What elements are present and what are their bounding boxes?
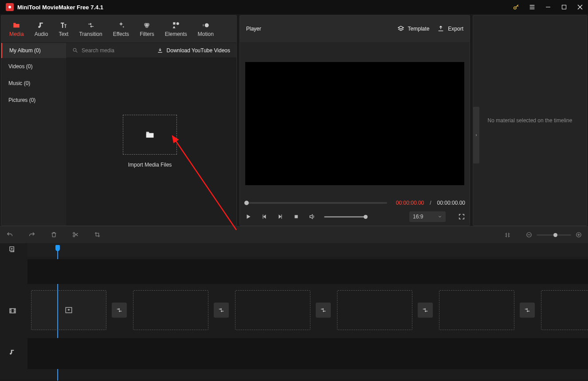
elements-icon	[172, 21, 180, 29]
clip-placeholder[interactable]	[133, 290, 208, 330]
svg-rect-16	[203, 24, 204, 26]
time-total: 00:00:00.00	[437, 200, 465, 206]
redo-button[interactable]	[28, 231, 35, 238]
svg-line-20	[172, 136, 236, 230]
media-sidebar: Videos (0) Music (0) Pictures (0)	[1, 58, 66, 225]
next-frame-button[interactable]	[276, 214, 284, 220]
license-key-icon[interactable]	[508, 0, 524, 14]
panel-collapse-handle[interactable]	[473, 107, 479, 163]
volume-button[interactable]	[308, 213, 316, 220]
play-button[interactable]	[244, 214, 252, 220]
video-track[interactable]	[27, 290, 588, 331]
clip-placeholder[interactable]	[439, 290, 514, 330]
zoom-fit-button[interactable]	[504, 232, 511, 238]
tab-audio[interactable]: Audio	[29, 16, 54, 43]
transition-slot[interactable]	[214, 303, 229, 318]
audio-track[interactable]	[27, 338, 588, 369]
transition-slot[interactable]	[418, 303, 433, 318]
export-icon	[437, 25, 444, 32]
search-input[interactable]	[82, 47, 130, 54]
volume-slider[interactable]	[324, 216, 366, 218]
svg-point-14	[176, 22, 179, 25]
close-button[interactable]	[572, 0, 588, 14]
clip-placeholder[interactable]	[337, 290, 412, 330]
crop-button[interactable]	[94, 231, 101, 238]
svg-rect-7	[562, 5, 566, 9]
search-icon	[72, 47, 78, 53]
import-media-button[interactable]	[123, 115, 177, 155]
folder-icon	[12, 21, 21, 29]
app-icon	[6, 3, 14, 11]
player-title: Player	[246, 26, 261, 32]
delete-button[interactable]	[51, 231, 57, 238]
motion-icon	[202, 21, 210, 29]
export-button[interactable]: Export	[437, 25, 463, 32]
tab-elements[interactable]: Elements	[160, 16, 192, 43]
app-title: MiniTool MovieMaker Free 7.4.1	[17, 4, 103, 11]
maximize-button[interactable]	[556, 0, 572, 14]
svg-point-15	[205, 23, 209, 27]
menu-icon[interactable]	[524, 0, 540, 14]
aspect-ratio-select[interactable]: 16:9	[409, 211, 446, 222]
tab-transition[interactable]: Transition	[74, 16, 107, 43]
timeline-ruler[interactable]	[27, 243, 588, 257]
clip-placeholder[interactable]	[235, 290, 310, 330]
transition-slot[interactable]	[316, 303, 331, 318]
clip-placeholder[interactable]	[31, 290, 106, 330]
timeline-toolbar	[0, 226, 588, 243]
fullscreen-button[interactable]	[458, 213, 465, 220]
import-clip-icon	[65, 306, 73, 314]
transition-slot[interactable]	[520, 303, 535, 318]
tab-effects[interactable]: Effects	[108, 16, 134, 43]
video-track-icon	[9, 307, 16, 315]
preview-canvas	[245, 62, 464, 185]
zoom-out-button[interactable]	[526, 232, 532, 238]
seek-slider[interactable]	[244, 202, 387, 204]
add-track-button[interactable]	[9, 246, 16, 253]
svg-line-18	[76, 51, 77, 52]
svg-rect-13	[173, 22, 175, 24]
zoom-slider[interactable]	[537, 234, 571, 236]
transition-slot[interactable]	[112, 303, 127, 318]
player-panel: Player Template Export 00:00:00.00 / 00:…	[239, 15, 470, 226]
tab-filters[interactable]: Filters	[134, 16, 160, 43]
properties-empty-text: No material selected on the timeline	[488, 117, 572, 124]
tab-motion[interactable]: Motion	[192, 16, 219, 43]
minimize-button[interactable]	[540, 0, 556, 14]
sparkle-icon	[117, 21, 125, 29]
clip-placeholder[interactable]	[541, 290, 588, 330]
split-button[interactable]	[72, 231, 79, 238]
undo-button[interactable]	[6, 231, 13, 238]
zoom-in-button[interactable]	[576, 232, 582, 238]
template-button[interactable]: Template	[397, 25, 430, 32]
svg-point-12	[145, 24, 149, 28]
sidebar-item-my-album[interactable]: My Album (0)	[1, 43, 66, 58]
text-track[interactable]	[27, 259, 588, 284]
filters-icon	[143, 21, 151, 29]
sidebar-item-music[interactable]: Music (0)	[1, 75, 66, 92]
tab-media[interactable]: Media	[4, 16, 29, 43]
svg-point-1	[8, 6, 11, 8]
main-toolbar: Media Audio Text Transition Effects Filt…	[1, 16, 236, 43]
stop-button[interactable]	[292, 214, 300, 219]
template-icon	[397, 25, 404, 32]
annotation-arrow	[170, 133, 241, 231]
sidebar-item-pictures[interactable]: Pictures (0)	[1, 92, 66, 109]
time-current: 00:00:00.00	[396, 200, 424, 206]
prev-frame-button[interactable]	[260, 214, 268, 220]
transition-icon	[86, 21, 95, 29]
tab-text[interactable]: Text	[53, 16, 74, 43]
sidebar-item-videos[interactable]: Videos (0)	[1, 58, 66, 75]
download-youtube-label: Download YouTube Videos	[167, 47, 230, 54]
download-youtube-button[interactable]: Download YouTube Videos	[157, 43, 236, 58]
properties-panel: No material selected on the timeline	[473, 15, 587, 226]
audio-track-icon	[9, 349, 16, 356]
media-drop-area[interactable]: Import Media Files	[66, 58, 236, 225]
svg-rect-19	[146, 133, 154, 137]
svg-rect-30	[10, 309, 16, 313]
import-media-label: Import Media Files	[123, 162, 177, 168]
timeline-panel	[0, 226, 588, 379]
svg-point-17	[73, 48, 76, 51]
text-icon	[59, 21, 67, 29]
titlebar: MiniTool MovieMaker Free 7.4.1	[0, 0, 588, 14]
